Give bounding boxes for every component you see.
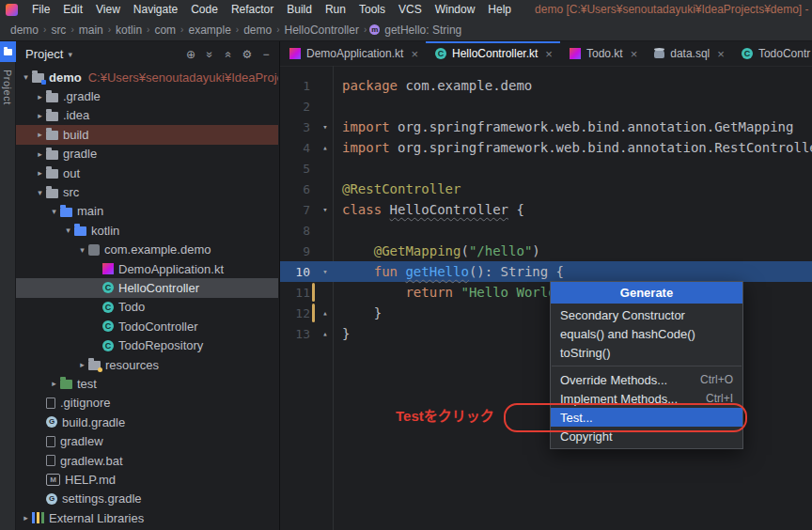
chevron-right-icon[interactable]: ▸ (48, 379, 60, 388)
menu-vcs[interactable]: VCS (392, 3, 429, 16)
menu-run[interactable]: Run (319, 3, 352, 16)
menu-build[interactable]: Build (280, 3, 319, 16)
editor-tab-todocontr[interactable]: CTodoContr× (732, 41, 812, 66)
fold-marker-icon[interactable]: ▴ (318, 329, 333, 338)
chevron-down-icon[interactable]: ▾ (62, 226, 74, 235)
code-line-8[interactable]: 8 (280, 220, 812, 241)
breadcrumb-demo-0[interactable]: demo (8, 23, 40, 37)
tree-item-test[interactable]: ▸test (16, 374, 278, 393)
generate-item-override-methods[interactable]: Override Methods...Ctrl+O (551, 370, 742, 389)
tree-item-hellocontroller[interactable]: CHelloController (16, 278, 278, 297)
tab-close-icon[interactable]: × (411, 47, 418, 61)
generate-item-tostring[interactable]: toString() (551, 343, 742, 362)
fold-marker-icon[interactable]: ▾ (318, 267, 333, 276)
editor-tab-hellocontroller-kt[interactable]: CHelloController.kt× (426, 41, 560, 66)
code-line-2[interactable]: 2 (280, 96, 812, 117)
chevron-right-icon[interactable]: ▸ (34, 168, 46, 178)
menu-navigate[interactable]: Navigate (127, 3, 184, 16)
tab-close-icon[interactable]: × (717, 47, 725, 61)
menu-refactor[interactable]: Refactor (225, 3, 280, 16)
editor-tab-demoapplication-kt[interactable]: DemoApplication.kt× (280, 41, 426, 66)
tree-item-kotlin[interactable]: ▾kotlin (16, 221, 278, 240)
tree-item-gradle[interactable]: ▸gradle (16, 145, 278, 164)
tree-item-src[interactable]: ▾src (16, 182, 278, 201)
tree-item-external-libraries[interactable]: ▸External Libraries (16, 508, 278, 527)
tree-item-help-md[interactable]: MHELP.md (16, 470, 278, 489)
tree-item-build[interactable]: ▸build (16, 125, 278, 144)
generate-item-implement-methods[interactable]: Implement Methods...Ctrl+I (551, 389, 742, 408)
code-line-4[interactable]: 4▴import org.springframework.web.bind.an… (280, 137, 812, 158)
menu-help[interactable]: Help (481, 3, 518, 16)
breadcrumb-method[interactable]: mgetHello: String (369, 23, 461, 37)
hide-icon[interactable]: − (257, 48, 275, 61)
tree-item-todorepository[interactable]: CTodoRepository (16, 335, 278, 354)
menu-code[interactable]: Code (184, 3, 225, 16)
chevron-down-icon[interactable]: ▾ (76, 245, 88, 255)
chevron-right-icon[interactable]: ▸ (34, 111, 46, 120)
panel-title[interactable]: Project (25, 47, 63, 61)
generate-item-test[interactable]: Test... (551, 408, 742, 427)
breadcrumb-src-1[interactable]: src (49, 23, 68, 37)
project-tool-button[interactable] (0, 41, 16, 62)
menu-edit[interactable]: Edit (56, 3, 89, 16)
tree-item-demoapplication-kt[interactable]: DemoApplication.kt (16, 259, 278, 278)
tree-item-demo[interactable]: ▾demoC:¥Users¥senoutadayuki¥IdeaProjects… (16, 68, 278, 86)
menu-tools[interactable]: Tools (352, 3, 392, 16)
breadcrumb-kotlin-3[interactable]: kotlin (114, 23, 144, 37)
generate-item-secondary-constructor[interactable]: Secondary Constructor (551, 305, 742, 324)
collapse-all-icon[interactable]: « (219, 48, 238, 61)
chevron-right-icon[interactable]: ▸ (76, 360, 88, 369)
tree-item-settings-gradle[interactable]: Gsettings.gradle (16, 490, 278, 508)
chevron-right-icon[interactable]: ▸ (34, 92, 46, 101)
tree-item-build-gradle[interactable]: Gbuild.gradle (16, 413, 278, 431)
tree-item-gitignore[interactable]: .gitignore (16, 394, 278, 413)
breadcrumb-com-4[interactable]: com (152, 23, 178, 37)
breadcrumb-hellocontroller-7[interactable]: HelloController (283, 23, 361, 37)
change-marker-column (310, 323, 318, 344)
breadcrumb-example-5[interactable]: example (186, 23, 232, 37)
tree-item-gradle[interactable]: ▸.gradle (16, 86, 278, 105)
chevron-right-icon[interactable]: ▸ (34, 149, 46, 159)
menu-item-label: Copyright (560, 429, 733, 444)
tree-item-main[interactable]: ▾main (16, 202, 278, 221)
editor-tab-todo-kt[interactable]: Todo.kt× (560, 41, 645, 66)
tree-item-resources[interactable]: ▸resources (16, 355, 278, 374)
chevron-down-icon[interactable]: ▾ (48, 207, 60, 216)
fold-marker-icon[interactable]: ▾ (318, 205, 333, 214)
settings-icon[interactable]: ⚙ (238, 48, 257, 61)
code-line-1[interactable]: 1package com.example.demo (280, 75, 812, 96)
menu-view[interactable]: View (89, 3, 127, 16)
code-line-10[interactable]: 10▾ fun getHello(): String { (280, 261, 812, 282)
fold-marker-icon[interactable]: ▴ (318, 308, 333, 318)
tree-item-idea[interactable]: ▸.idea (16, 106, 278, 125)
code-line-5[interactable]: 5 (280, 158, 812, 179)
tab-close-icon[interactable]: × (631, 47, 638, 61)
chevron-right-icon[interactable]: ▸ (20, 513, 32, 522)
generate-item-equals-and-hashcode[interactable]: equals() and hashCode() (551, 324, 742, 343)
tree-item-todocontroller[interactable]: CTodoController (16, 317, 278, 335)
tree-item-gradlew-bat[interactable]: gradlew.bat (16, 451, 278, 470)
breadcrumb-main-2[interactable]: main (77, 23, 105, 37)
breadcrumb-demo-6[interactable]: demo (242, 23, 273, 37)
chevron-right-icon[interactable]: ▸ (34, 130, 46, 139)
tree-item-out[interactable]: ▸out (16, 164, 278, 182)
generate-item-copyright[interactable]: Copyright (551, 427, 742, 445)
chevron-down-icon[interactable]: ▾ (34, 188, 46, 197)
chevron-down-icon[interactable]: ▾ (20, 72, 32, 82)
menu-window[interactable]: Window (429, 3, 482, 16)
fold-marker-icon[interactable]: ▾ (318, 122, 333, 132)
line-number: 11 (280, 286, 310, 300)
editor-tab-data-sql[interactable]: data.sql× (645, 41, 732, 66)
menu-file[interactable]: File (25, 3, 56, 16)
locate-icon[interactable]: ⊕ (181, 48, 200, 61)
code-line-9[interactable]: 9 @GetMapping("/hello") (280, 241, 812, 261)
tab-close-icon[interactable]: × (545, 47, 553, 61)
code-line-3[interactable]: 3▾import org.springframework.web.bind.an… (280, 117, 812, 137)
code-line-6[interactable]: 6@RestController (280, 179, 812, 199)
fold-marker-icon[interactable]: ▴ (318, 143, 333, 152)
code-line-7[interactable]: 7▾class HelloController { (280, 199, 812, 220)
expand-all-icon[interactable]: » (200, 48, 219, 61)
tree-item-gradlew[interactable]: gradlew (16, 431, 278, 450)
tree-item-com-example-demo[interactable]: ▾com.example.demo (16, 241, 278, 259)
tree-item-todo[interactable]: CTodo (16, 298, 278, 317)
